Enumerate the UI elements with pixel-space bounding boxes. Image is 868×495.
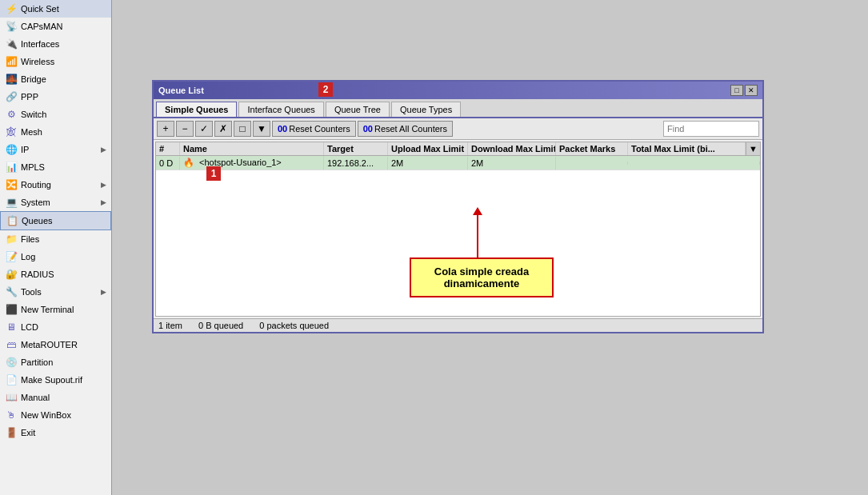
sidebar-item-log[interactable]: Log: [0, 248, 111, 265]
toolbar: + − ✓ ✗ □ ▼ 00 Reset Counters 00 Reset A…: [154, 118, 762, 140]
cell-total: [628, 162, 760, 165]
sidebar-item-capsman[interactable]: CAPsMAN: [0, 18, 111, 35]
find-input[interactable]: [663, 121, 759, 137]
status-queued: 0 B queued: [198, 321, 243, 330]
sidebar-label-new-terminal: New Terminal: [21, 305, 74, 314]
oo-prefix-all: 00: [363, 124, 373, 134]
filter-button[interactable]: ▼: [253, 121, 270, 137]
sidebar-label-routing: Routing: [21, 180, 51, 190]
bridge-icon: [5, 73, 18, 86]
sidebar-label-exit: Exit: [21, 428, 35, 437]
mpls-icon: [5, 161, 18, 174]
copy-button[interactable]: □: [234, 121, 251, 137]
sidebar-item-radius[interactable]: RADIUS: [0, 265, 111, 283]
annotation-arrow: [477, 214, 478, 257]
sidebar-label-capsman: CAPsMAN: [21, 22, 63, 31]
sidebar-label-new-winbox: New WinBox: [21, 410, 71, 420]
sidebar-item-switch[interactable]: Switch: [0, 106, 111, 123]
sidebar-label-metarouter: MetaROUTER: [21, 340, 78, 349]
sidebar-item-queues[interactable]: Queues: [0, 211, 111, 230]
sidebar-item-new-terminal[interactable]: New Terminal: [0, 301, 111, 318]
restore-button[interactable]: □: [730, 85, 743, 96]
arrow-system: ▶: [101, 198, 106, 206]
sidebar-item-interfaces[interactable]: Interfaces: [0, 35, 111, 53]
routing-icon: [5, 178, 18, 191]
reset-counters-button[interactable]: 00 Reset Counters: [272, 121, 356, 137]
sidebar-item-mesh[interactable]: Mesh: [0, 123, 111, 141]
status-bar: 1 item 0 B queued 0 packets queued: [154, 318, 762, 332]
sidebar-item-quick-set[interactable]: Quick Set: [0, 0, 111, 18]
sidebar-item-mpls[interactable]: MPLS: [0, 158, 111, 176]
cell-upload: 2M: [388, 157, 468, 170]
sidebar-label-wireless: Wireless: [21, 57, 54, 66]
col-header-download: Download Max Limit: [468, 142, 556, 155]
annotation-text: Cola simple creadadinamicamente: [434, 265, 530, 289]
sidebar-item-ppp[interactable]: PPP: [0, 88, 111, 106]
cell-name: 🔥 <hotspot-Usuario_1>: [180, 156, 324, 170]
sidebar-item-system[interactable]: System▶: [0, 194, 111, 211]
tab-simple-queues[interactable]: Simple Queues: [156, 102, 237, 117]
sidebar-item-new-winbox[interactable]: New WinBox: [0, 406, 111, 424]
sidebar-label-lcd: LCD: [21, 322, 38, 332]
quickset-icon: [5, 2, 18, 15]
remove-button[interactable]: −: [176, 121, 194, 137]
sidebar-label-tools: Tools: [21, 287, 42, 297]
sidebar-item-exit[interactable]: Exit: [0, 424, 111, 441]
cross-button[interactable]: ✗: [214, 121, 232, 137]
sidebar-item-ip[interactable]: IP▶: [0, 141, 111, 158]
cell-num: 0 D: [156, 157, 180, 170]
partition-icon: [5, 356, 18, 369]
exit-icon: [5, 426, 18, 439]
close-button[interactable]: ✕: [745, 85, 758, 96]
sidebar-label-interfaces: Interfaces: [21, 39, 59, 49]
sidebar-item-files[interactable]: Files: [0, 230, 111, 248]
queues-icon: [6, 214, 18, 227]
reset-all-counters-button[interactable]: 00 Reset All Counters: [358, 121, 453, 137]
sidebar-label-log: Log: [21, 252, 35, 261]
sidebar-label-switch: Switch: [21, 110, 46, 119]
sidebar-item-wireless[interactable]: Wireless: [0, 53, 111, 70]
cell-marks: [556, 162, 628, 165]
winbox-icon: [5, 409, 18, 421]
col-expand-button[interactable]: ▼: [746, 142, 760, 155]
sidebar-label-bridge: Bridge: [21, 74, 46, 84]
tab-queue-tree[interactable]: Queue Tree: [326, 102, 390, 117]
col-header-upload: Upload Max Limit: [388, 142, 468, 155]
add-button[interactable]: +: [157, 121, 174, 137]
sidebar-label-quick-set: Quick Set: [21, 4, 59, 14]
sidebar-item-tools[interactable]: Tools▶: [0, 283, 111, 301]
sidebar-label-system: System: [21, 198, 50, 207]
ip-icon: [5, 143, 18, 156]
tab-queue-types[interactable]: Queue Types: [391, 102, 461, 117]
annotation-box: Cola simple creadadinamicamente: [410, 257, 554, 297]
sidebar-label-radius: RADIUS: [21, 269, 54, 279]
sidebar-item-bridge[interactable]: Bridge: [0, 70, 111, 88]
tools-icon: [5, 285, 18, 298]
table-header: # Name Target Upload Max Limit Download …: [156, 142, 760, 156]
switch-icon: [5, 108, 18, 121]
sidebar-label-mpls: MPLS: [21, 162, 45, 172]
wireless-icon: [5, 55, 18, 68]
metarouter-icon: [5, 338, 18, 351]
sidebar-item-metarouter[interactable]: MetaROUTER: [0, 336, 111, 353]
reset-all-counters-label: Reset All Counters: [374, 124, 447, 134]
sidebar-item-routing[interactable]: Routing▶: [0, 176, 111, 194]
supout-icon: [5, 373, 18, 386]
sidebar: Quick SetCAPsMANInterfacesWirelessBridge…: [0, 0, 112, 495]
sidebar-label-ppp: PPP: [21, 92, 38, 102]
badge-1: 1: [206, 166, 221, 181]
sidebar-item-make-supout[interactable]: Make Supout.rif: [0, 371, 111, 389]
table-row[interactable]: 0 D 🔥 <hotspot-Usuario_1> 192.168.2... 2…: [156, 156, 760, 170]
window-titlebar: Queue List □ ✕: [154, 82, 762, 99]
sidebar-item-manual[interactable]: Manual: [0, 389, 111, 406]
sidebar-label-ip: IP: [21, 145, 29, 154]
arrow-tools: ▶: [101, 288, 106, 296]
sidebar-label-queues: Queues: [22, 216, 53, 226]
sidebar-item-partition[interactable]: Partition: [0, 353, 111, 371]
check-button[interactable]: ✓: [195, 121, 213, 137]
sidebar-item-lcd[interactable]: LCD: [0, 318, 111, 336]
tab-interface-queues[interactable]: Interface Queues: [238, 102, 323, 117]
log-icon: [5, 250, 18, 263]
files-icon: [5, 233, 18, 246]
sidebar-label-make-supout: Make Supout.rif: [21, 375, 82, 385]
